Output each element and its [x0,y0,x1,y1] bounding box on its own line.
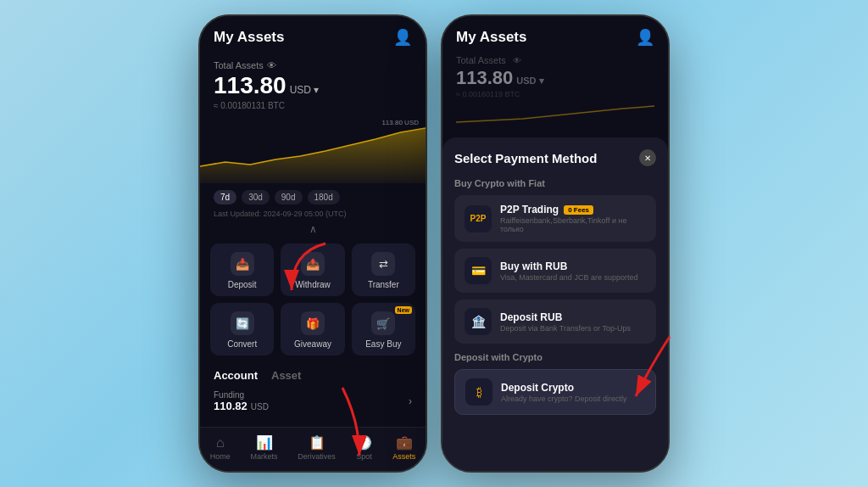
deposit-rub-sub: Deposit via Bank Transfers or Top-Ups [500,324,646,333]
assets-number: 113.80 [214,72,287,99]
spot-label: Spot [356,452,372,461]
nav-assets[interactable]: 💼 Assets [392,434,415,461]
p2-btc: ≈ 0.00160119 BTC [456,90,654,98]
deposit-section-title: Deposit with Crypto [454,352,656,362]
total-assets-label: Total Assets 👁 [214,60,412,70]
buy-section-title: Buy Crypto with Fiat [454,178,656,188]
transfer-button[interactable]: ⇄ Transfer [352,244,415,296]
funding-label: Funding [214,390,269,400]
assets-label: Assets [392,452,415,461]
deposit-rub-icon: 🏦 [465,308,492,335]
assets-amount: 113.80 USD ▾ [214,72,412,99]
action-grid: 📥 Deposit 📤 Withdraw ⇄ Transfer 🔄 Conver… [200,237,426,362]
zero-fees-badge: 0 Fees [564,205,593,215]
p2-eye-icon: 👁 [513,56,521,65]
p2p-info: P2P Trading 0 Fees Raiffeisenbank,Sberba… [500,204,646,233]
p2p-sub: Raiffeisenbank,Sberbank,Tinkoff и не тол… [500,216,646,233]
p2p-icon: P2P [465,205,492,232]
phone1-profile-icon[interactable]: 👤 [393,28,412,47]
deposit-rub-option[interactable]: 🏦 Deposit RUB Deposit via Bank Transfers… [454,299,656,344]
phone2-header: My Assets 👤 [442,16,668,52]
chevron-up-icon[interactable]: ∧ [200,221,426,237]
convert-button[interactable]: 🔄 Convert [210,303,274,355]
buy-rub-option[interactable]: 💳 Buy with RUB Visa, Mastercard and JCB … [454,249,656,293]
transfer-label: Transfer [368,280,399,289]
eye-icon[interactable]: 👁 [267,60,276,70]
deposit-rub-info: Deposit RUB Deposit via Bank Transfers o… [500,311,646,333]
time-filters: 7d 30d 90d 180d [200,183,426,208]
account-tab[interactable]: Account [214,369,258,382]
phone2-assets: Total Assets 👁 113.80 USD ▾ ≈ 0.00160119… [442,52,668,134]
p2p-name: P2P Trading 0 Fees [500,204,646,216]
payment-title: Select Payment Method [454,151,597,165]
filter-90d[interactable]: 90d [275,190,303,204]
easy-buy-label: Easy Buy [365,339,401,349]
home-icon: ⌂ [216,435,225,451]
deposit-crypto-sub: Already have crypto? Deposit directly [501,395,645,403]
phone1-assets-section: Total Assets 👁 113.80 USD ▾ ≈ 0.00180131… [200,53,426,110]
withdraw-icon: 📤 [301,252,325,276]
home-label: Home [210,452,231,461]
new-badge: New [395,306,412,314]
deposit-crypto-name: Deposit Crypto [501,382,645,394]
easy-buy-button[interactable]: New 🛒 Easy Buy [352,303,415,355]
markets-icon: 📊 [256,434,273,451]
deposit-button[interactable]: 📥 Deposit [210,244,274,296]
deposit-crypto-option[interactable]: ₿ Deposit Crypto Already have crypto? De… [454,369,656,415]
transfer-icon: ⇄ [371,252,395,276]
phone1-title: My Assets [214,29,284,46]
derivatives-icon: 📋 [309,434,326,451]
phone2-profile-icon[interactable]: 👤 [636,28,654,47]
deposit-label: Deposit [228,280,257,289]
payment-overlay: Select Payment Method ✕ Buy Crypto with … [442,137,668,471]
markets-label: Markets [251,452,278,461]
p2-total-label: Total Assets 👁 [456,55,654,65]
giveaway-icon: 🎁 [301,311,325,335]
chart-area: 113.80 USD [200,115,426,183]
funding-arrow-icon[interactable]: › [409,395,412,407]
deposit-rub-name: Deposit RUB [500,311,646,323]
close-button[interactable]: ✕ [639,149,656,166]
deposit-crypto-info: Deposit Crypto Already have crypto? Depo… [501,382,645,403]
funding-amount: 110.82 [214,400,248,412]
withdraw-label: Withdraw [295,280,331,289]
nav-markets[interactable]: 📊 Markets [251,434,278,461]
assets-btc: ≈ 0.00180131 BTC [214,101,412,110]
filter-7d[interactable]: 7d [214,190,236,204]
last-updated: Last Updated: 2024-09-29 05:00 (UTC) [200,208,426,221]
buy-rub-sub: Visa, Mastercard and JCB are supported [500,273,646,282]
p2-amount: 113.80 USD ▾ [456,67,654,89]
giveaway-label: Giveaway [294,339,331,349]
chart-label: 113.80 USD [381,119,419,126]
asset-tab[interactable]: Asset [271,369,301,382]
derivatives-label: Derivatives [298,452,336,461]
p2p-trading-option[interactable]: P2P P2P Trading 0 Fees Raiffeisenbank,Sb… [454,195,656,242]
withdraw-button[interactable]: 📤 Withdraw [281,244,344,296]
assets-currency: USD ▾ [290,84,320,96]
buy-rub-info: Buy with RUB Visa, Mastercard and JCB ar… [500,260,646,282]
giveaway-button[interactable]: 🎁 Giveaway [281,303,344,355]
convert-label: Convert [227,339,257,349]
funding-currency: USD [251,402,269,411]
account-tabs: Account Asset [200,362,426,385]
funding-row: Funding 110.82 USD › [200,385,426,417]
convert-icon: 🔄 [231,311,254,335]
payment-header: Select Payment Method ✕ [454,149,656,166]
nav-spot[interactable]: 🕐 Spot [355,434,372,461]
phone2-title: My Assets [456,29,526,46]
buy-rub-name: Buy with RUB [500,260,646,272]
nav-home[interactable]: ⌂ Home [210,435,231,461]
filter-180d[interactable]: 180d [308,190,340,204]
easy-buy-icon: 🛒 [371,311,395,335]
deposit-icon: 📥 [231,252,254,276]
buy-rub-icon: 💳 [465,257,492,284]
deposit-crypto-icon: ₿ [465,378,492,406]
filter-30d[interactable]: 30d [242,190,270,204]
phone1-header: My Assets 👤 [200,16,426,53]
spot-icon: 🕐 [355,434,372,451]
bottom-nav: ⌂ Home 📊 Markets 📋 Derivatives 🕐 Spot [200,427,426,471]
assets-icon: 💼 [396,434,413,451]
nav-derivatives[interactable]: 📋 Derivatives [298,434,336,461]
